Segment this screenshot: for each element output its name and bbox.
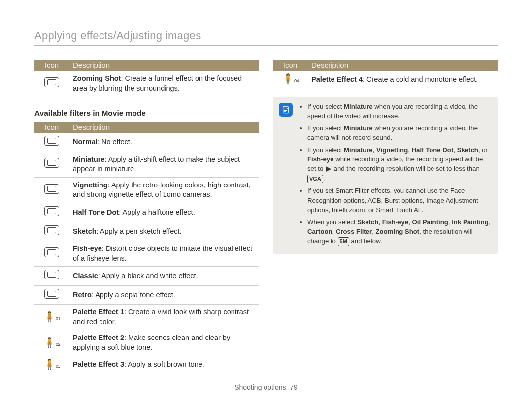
th-desc: Description [69,60,259,71]
row-desc-cell: Palette Effect 1: Create a vivid look wi… [69,305,259,330]
th-desc: Description [69,122,259,133]
table-row: Normal: No effect. [34,133,259,152]
row-icon-cell [34,241,69,267]
row-icon-cell: 🧍01 [34,305,69,330]
5m-icon: 5M [338,237,349,246]
table-row: 🧍04Palette Effect 4: Create a cold and m… [273,71,498,88]
row-desc-cell: Palette Effect 3: Apply a soft brown ton… [69,356,259,373]
footer-label: Shooting options [234,383,286,391]
palette4-icon: 🧍04 [282,73,299,84]
note-item: If you select Miniature, Vignetting, Hal… [307,145,491,183]
table-row: 🧍02Palette Effect 2: Make scenes clean a… [34,330,259,356]
row-desc-cell: Classic: Apply a black and white effect. [69,267,259,286]
normal-off-icon [44,136,59,146]
fisheye-icon [44,247,59,257]
row-icon-cell: 🧍04 [273,71,307,88]
th-icon: Icon [273,60,307,71]
table-row: Sketch: Apply a pen sketch effect. [34,222,259,241]
table-row: Half Tone Dot: Apply a halftone effect. [34,203,259,222]
row-icon-cell [34,203,69,222]
page-footer: Shooting options 79 [0,383,532,391]
table-row: Vignetting: Apply the retro-looking colo… [34,177,259,203]
rec-speed-icon: ▶ [325,164,332,173]
table-row: Classic: Apply a black and white effect. [34,267,259,286]
row-icon-cell: 🧍02 [34,330,69,356]
th-desc: Description [307,60,498,71]
miniature-icon [44,158,59,168]
right-top-table: Icon Description 🧍04Palette Effect 4: Cr… [273,60,498,88]
row-icon-cell [34,71,69,96]
th-icon: Icon [34,60,69,71]
sketch-icon [44,225,59,235]
movie-filters-heading: Available filters in Movie mode [34,109,259,118]
row-desc-cell: Palette Effect 2: Make scenes clean and … [69,330,259,356]
note-item: If you set Smart Filter effects, you can… [307,186,491,214]
note-item: If you select Miniature when you are rec… [307,123,491,142]
note-info-icon [279,103,293,117]
table-row: Miniature: Apply a tilt-shift effect to … [34,152,259,177]
row-icon-cell [34,267,69,286]
vignetting-icon [44,184,59,194]
palette3-icon: 🧍03 [43,359,60,370]
row-icon-cell [34,152,69,177]
movie-filters-table: Icon Description Normal: No effect.Minia… [34,122,259,373]
note-item: If you select Miniature when you are rec… [307,102,491,121]
top-filters-table: Icon Description Zooming Shot: Create a … [34,60,259,96]
classic-icon [44,270,59,279]
row-desc-cell: Palette Effect 4: Create a cold and mono… [307,71,498,88]
retro-icon [44,289,59,299]
right-column: Icon Description 🧍04Palette Effect 4: Cr… [273,60,498,373]
row-desc-cell: Zooming Shot: Create a funnel effect on … [69,71,259,96]
table-row: Fish-eye: Distort close objects to imita… [34,241,259,267]
table-row: 🧍03Palette Effect 3: Apply a soft brown … [34,356,259,373]
row-icon-cell [34,285,69,305]
row-icon-cell [34,133,69,152]
table-row: 🧍01Palette Effect 1: Create a vivid look… [34,305,259,330]
palette1-icon: 🧍01 [43,311,60,322]
row-desc-cell: Retro: Apply a sepia tone effect. [69,285,259,305]
table-row: Retro: Apply a sepia tone effect. [34,285,259,305]
vga-icon: VGA [307,175,323,184]
zoom-shot-icon [44,77,59,87]
row-desc-cell: Sketch: Apply a pen sketch effect. [69,222,259,241]
row-icon-cell: 🧍03 [34,356,69,373]
row-desc-cell: Vignetting: Apply the retro-looking colo… [69,177,259,203]
th-icon: Icon [34,122,69,133]
table-row: Zooming Shot: Create a funnel effect on … [34,71,259,96]
footer-page: 79 [290,383,298,391]
two-column-layout: Icon Description Zooming Shot: Create a … [34,60,498,373]
row-desc-cell: Normal: No effect. [69,133,259,152]
row-icon-cell [34,177,69,203]
note-box: If you select Miniature when you are rec… [273,97,498,254]
palette2-icon: 🧍02 [43,337,60,348]
note-item: When you select Sketch, Fish-eye, Oil Pa… [307,217,491,246]
row-desc-cell: Fish-eye: Distort close objects to imita… [69,241,259,267]
note-list: If you select Miniature when you are rec… [300,102,491,247]
section-title: Applying effects/Adjusting images [34,30,498,46]
left-column: Icon Description Zooming Shot: Create a … [34,60,259,373]
row-desc-cell: Half Tone Dot: Apply a halftone effect. [69,203,259,222]
row-desc-cell: Miniature: Apply a tilt-shift effect to … [69,152,259,177]
halftone-icon [44,206,59,216]
row-icon-cell [34,222,69,241]
